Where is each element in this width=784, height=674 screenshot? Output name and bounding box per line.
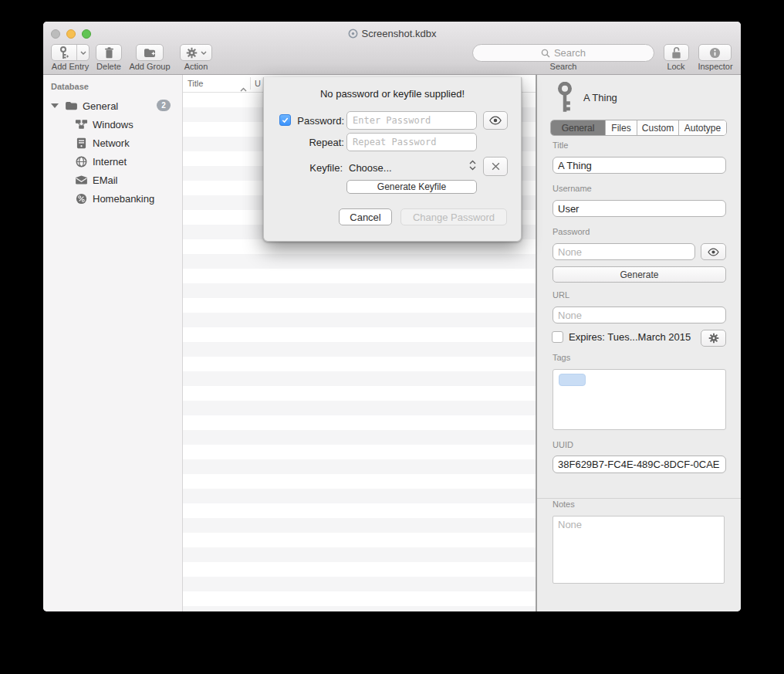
sidebar-item-label: Network [93,137,130,149]
sidebar-item-label: General [83,100,118,112]
sheet-password-label: Password: [293,115,344,127]
gear-icon [186,47,198,59]
gear-icon [708,333,719,344]
search-label: Search [540,62,586,71]
stepper-icon[interactable] [468,159,477,174]
sheet-keyfile-label: Keyfile: [293,162,343,174]
info-icon [709,47,721,59]
column-divider[interactable] [250,77,251,90]
action-button[interactable] [180,44,212,61]
percent-icon [74,193,88,205]
sidebar-item-network[interactable]: Network [43,134,182,152]
sidebar-item-label: Homebanking [93,193,154,205]
title-field[interactable] [553,157,726,174]
search-placeholder: Search [554,47,586,59]
server-icon [74,137,88,149]
search-input[interactable]: Search [472,44,654,62]
sheet-password-input[interactable] [346,111,477,130]
action-label: Action [177,62,215,71]
password-field-label: Password [553,227,590,236]
inspector-tabs: General Files Custom Autotype [550,120,727,136]
inspector-button[interactable] [698,44,732,61]
add-entry-label: Add Entry [46,62,94,71]
search-icon [541,49,550,58]
windows-icon [74,119,88,130]
tab-general[interactable]: General [551,120,606,135]
change-password-button[interactable]: Change Password [400,208,507,225]
add-entry-dropdown[interactable] [76,45,89,60]
inspector-divider [537,498,741,499]
notes-field[interactable] [553,516,725,584]
sidebar-item-internet[interactable]: Internet [43,152,182,171]
password-enabled-checkbox[interactable] [279,114,291,126]
trash-icon [104,47,114,59]
inspector-label: Inspector [691,62,739,71]
uuid-field-label: UUID [553,440,573,449]
sheet-repeat-label: Repeat: [293,137,344,148]
notes-field-label: Notes [553,500,575,509]
chevron-down-icon [80,51,86,55]
cancel-button[interactable]: Cancel [339,208,392,225]
tag-pill[interactable] [559,374,586,386]
sheet-repeat-input[interactable] [346,133,477,151]
add-group-button[interactable] [136,44,164,61]
chevron-down-icon [201,51,207,55]
generate-password-button[interactable]: Generate [553,266,726,283]
tab-custom[interactable]: Custom [637,120,679,135]
expires-settings-button[interactable] [701,330,726,347]
check-icon [281,116,289,124]
sidebar-item-label: Internet [93,156,127,168]
tags-field[interactable] [553,369,726,430]
add-entry-button[interactable] [51,44,90,61]
entry-count-badge: 2 [157,100,171,111]
sidebar-item-email[interactable]: EMail [43,171,182,189]
username-field[interactable] [553,200,726,217]
folder-icon [64,101,78,111]
column-header-title[interactable]: Title [188,75,203,93]
uuid-field[interactable] [553,456,726,473]
tags-field-label: Tags [553,353,570,362]
document-icon [348,29,358,39]
sheet-reveal-password-button[interactable] [483,111,508,130]
delete-label: Delete [93,62,125,71]
sidebar-item-label: EMail [93,174,118,186]
generate-keyfile-button[interactable]: Generate Keyfile [346,180,477,194]
inspector-panel: A Thing General Files Custom Autotype Ti… [536,75,741,611]
sidebar-item-homebanking[interactable]: Homebanking [43,189,182,208]
sidebar-item-windows[interactable]: Windows [43,115,182,134]
tab-autotype[interactable]: Autotype [679,120,726,135]
disclosure-triangle-icon[interactable] [51,103,59,108]
change-password-sheet: No password or keyfile supplied! Passwor… [263,77,522,242]
keyfile-popup[interactable]: Choose... [349,162,392,174]
add-group-label: Add Group [127,62,173,71]
sidebar-item-general[interactable]: General 2 [43,97,182,115]
column-header-username[interactable]: U [255,75,261,93]
folder-plus-icon [144,48,156,58]
reveal-password-button[interactable] [701,243,726,260]
lock-button[interactable] [664,44,689,61]
username-field-label: Username [553,184,592,193]
key-icon [555,82,575,116]
delete-button[interactable] [96,44,122,61]
sheet-message: No password or keyfile supplied! [264,88,521,100]
expires-checkbox[interactable] [552,331,563,343]
lock-icon [671,46,682,59]
group-sidebar: Database General 2 Windows Network [43,75,183,611]
eye-icon [707,248,720,256]
clear-keyfile-button[interactable] [483,157,508,176]
url-field-label: URL [553,290,569,300]
entry-title: A Thing [583,92,617,103]
eye-icon [488,116,502,125]
titlebar-toolbar: Screenshot.kdbx Add Entry Delete [43,22,741,75]
app-window: Screenshot.kdbx Add Entry Delete [43,22,741,611]
key-plus-icon [52,45,76,60]
sidebar-section-header: Database [51,82,89,91]
title-field-label: Title [553,141,568,150]
globe-icon [74,156,88,168]
close-icon [491,161,501,171]
password-field[interactable] [553,243,695,260]
envelope-icon [74,175,88,185]
url-field[interactable] [553,307,726,323]
tab-files[interactable]: Files [606,120,637,135]
sidebar-item-label: Windows [93,119,133,130]
